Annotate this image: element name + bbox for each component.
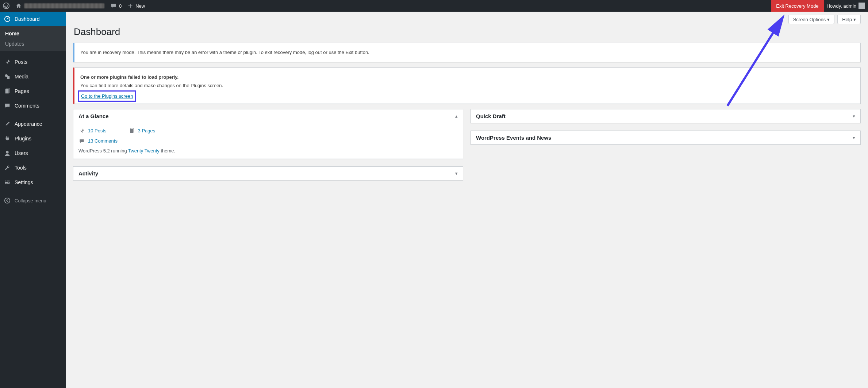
menu-label: Settings	[15, 179, 33, 185]
glance-posts-link[interactable]: 10 Posts	[88, 128, 107, 133]
wp-version-line: WordPress 5.2 running Twenty Twenty them…	[78, 148, 458, 154]
chevron-down-icon: ▾	[853, 135, 855, 140]
site-home-link[interactable]	[12, 0, 107, 12]
svg-point-6	[6, 151, 8, 154]
menu-tools[interactable]: Tools	[0, 160, 66, 175]
glance-pages-link[interactable]: 3 Pages	[138, 128, 155, 133]
home-icon	[15, 3, 22, 9]
pin-icon	[4, 58, 11, 66]
box-title: At a Glance	[78, 113, 109, 119]
howdy-text: Howdy, admin	[827, 3, 856, 9]
menu-posts[interactable]: Posts	[0, 55, 66, 69]
comments-count: 0	[119, 3, 122, 9]
user-icon	[4, 150, 11, 157]
page-icon	[4, 88, 11, 95]
new-content-link[interactable]: New	[124, 0, 148, 12]
activity-box: Activity ▾	[73, 166, 463, 181]
menu-label: Comments	[15, 103, 39, 109]
dashboard-icon	[4, 15, 11, 23]
sliders-icon	[4, 179, 11, 186]
chevron-up-icon: ▴	[455, 113, 458, 119]
quick-draft-box: Quick Draft ▾	[471, 109, 861, 123]
plug-icon	[4, 135, 11, 142]
menu-appearance[interactable]: Appearance	[0, 117, 66, 131]
menu-dashboard[interactable]: Dashboard	[0, 12, 66, 26]
screen-options-button[interactable]: Screen Options ▾	[788, 15, 835, 24]
menu-label: Plugins	[15, 136, 31, 141]
menu-label: Dashboard	[15, 16, 40, 22]
submenu-home[interactable]: Home	[0, 28, 66, 39]
admin-menu: Dashboard Home Updates Posts Media Pages…	[0, 12, 66, 202]
chevron-down-icon: ▾	[455, 171, 458, 176]
wordpress-icon	[3, 3, 9, 9]
svg-rect-3	[7, 76, 9, 79]
main-content: Screen Options ▾ Help ▾ Dashboard You ar…	[66, 0, 868, 202]
menu-label: Users	[15, 150, 28, 156]
theme-link[interactable]: Twenty Twenty	[128, 148, 160, 154]
submenu-updates[interactable]: Updates	[0, 39, 66, 49]
collapse-menu[interactable]: Collapse menu	[0, 193, 66, 202]
menu-users[interactable]: Users	[0, 146, 66, 160]
events-news-box: WordPress Events and News ▾	[471, 131, 861, 145]
avatar-icon	[859, 3, 865, 9]
media-icon	[4, 73, 11, 80]
collapse-icon	[4, 197, 11, 202]
plus-icon	[127, 3, 133, 9]
glance-pages[interactable]: 3 Pages	[128, 128, 155, 134]
menu-label: Appearance	[15, 121, 42, 127]
menu-label: Pages	[15, 88, 29, 94]
comment-icon	[110, 3, 117, 9]
exit-recovery-button[interactable]: Exit Recovery Mode	[771, 0, 823, 12]
menu-label: Tools	[15, 165, 27, 171]
wp-logo-menu[interactable]	[0, 0, 12, 12]
box-title: Quick Draft	[476, 113, 506, 119]
activity-toggle[interactable]: Activity ▾	[73, 167, 463, 180]
pin-icon	[78, 128, 85, 134]
wrench-icon	[4, 164, 11, 171]
glance-comments-link[interactable]: 13 Comments	[88, 138, 118, 144]
glance-posts[interactable]: 10 Posts	[78, 128, 107, 134]
page-icon	[128, 128, 135, 134]
menu-plugins[interactable]: Plugins	[0, 131, 66, 146]
menu-comments[interactable]: Comments	[0, 98, 66, 113]
page-title: Dashboard	[74, 26, 861, 38]
plugin-error-heading: One or more plugins failed to load prope…	[80, 74, 178, 80]
comment-icon	[4, 102, 11, 109]
chevron-down-icon: ▾	[827, 17, 830, 22]
chevron-down-icon: ▾	[853, 17, 856, 22]
comment-icon	[78, 138, 85, 144]
screen-meta-links: Screen Options ▾ Help ▾	[73, 15, 861, 24]
menu-pages[interactable]: Pages	[0, 84, 66, 98]
plugin-error-notice: One or more plugins failed to load prope…	[73, 67, 861, 104]
at-a-glance-toggle[interactable]: At a Glance ▴	[73, 109, 463, 123]
menu-media[interactable]: Media	[0, 69, 66, 84]
recovery-notice: You are in recovery mode. This means the…	[73, 43, 861, 62]
glance-comments[interactable]: 13 Comments	[78, 138, 118, 144]
menu-label: Posts	[15, 59, 27, 65]
help-button[interactable]: Help ▾	[837, 15, 861, 24]
plugin-error-text: You can find more details and make chang…	[80, 82, 854, 89]
menu-label: Media	[15, 74, 28, 79]
at-a-glance-box: At a Glance ▴ 10 Posts	[73, 109, 463, 159]
brush-icon	[4, 120, 11, 128]
recovery-notice-text: You are in recovery mode. This means the…	[80, 49, 854, 56]
submenu-dashboard: Home Updates	[0, 26, 66, 51]
go-to-plugins-link[interactable]: Go to the Plugins screen	[80, 93, 134, 99]
box-title: Activity	[78, 170, 98, 176]
collapse-label: Collapse menu	[15, 198, 46, 202]
my-account-link[interactable]: Howdy, admin	[824, 0, 868, 12]
chevron-down-icon: ▾	[853, 113, 855, 119]
menu-settings[interactable]: Settings	[0, 175, 66, 190]
quick-draft-toggle[interactable]: Quick Draft ▾	[471, 109, 860, 123]
admin-bar: 0 New Exit Recovery Mode Howdy, admin	[0, 0, 868, 12]
box-title: WordPress Events and News	[476, 135, 551, 141]
events-news-toggle[interactable]: WordPress Events and News ▾	[471, 131, 860, 144]
comments-link[interactable]: 0	[107, 0, 124, 12]
new-label: New	[135, 3, 145, 9]
site-name	[24, 3, 104, 8]
